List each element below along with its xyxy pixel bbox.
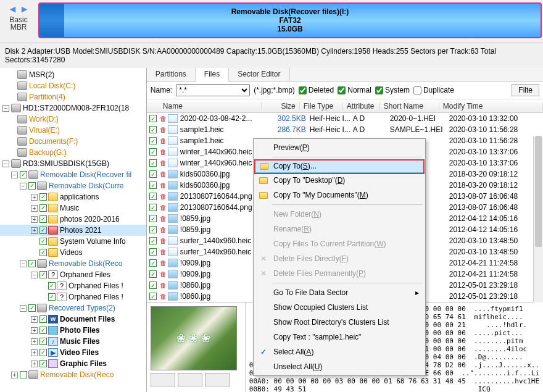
tree-checkbox[interactable] — [28, 260, 36, 267]
filter-normal[interactable]: Normal — [338, 86, 371, 94]
tree-item[interactable]: HD1:ST2000DM008-2FR102(18 — [23, 104, 129, 112]
tree-expand-icon[interactable]: + — [31, 216, 38, 223]
file-checkbox[interactable] — [149, 259, 157, 267]
tree-collapse-icon[interactable]: − — [20, 183, 27, 190]
tree-item[interactable]: RD3:SMIUSBDISK(15GB) — [23, 159, 109, 168]
ctx-unselect-all[interactable]: Unselect All(U) — [255, 359, 424, 374]
tree-collapse-icon[interactable]: − — [2, 161, 9, 167]
tree-checkbox[interactable] — [39, 315, 47, 323]
file-checkbox[interactable] — [149, 270, 157, 278]
tree-item[interactable]: Graphic Files — [60, 359, 107, 368]
tab-partitions[interactable]: Partitions — [147, 68, 196, 81]
nav-back-icon[interactable]: ◄ — [7, 4, 17, 14]
col-name[interactable]: Name — [159, 102, 262, 111]
file-checkbox[interactable] — [149, 204, 157, 211]
tree-item[interactable]: Video Files — [60, 348, 99, 357]
tree-checkbox[interactable] — [28, 304, 36, 312]
nav-forward-icon[interactable]: ► — [20, 4, 30, 14]
tree-checkbox[interactable] — [39, 204, 47, 212]
tree-item[interactable]: Orphaned Files ! — [68, 281, 123, 290]
tree-item[interactable]: Music — [60, 204, 79, 212]
tree-item[interactable]: Videos — [60, 248, 82, 257]
file-checkbox[interactable] — [149, 126, 157, 133]
file-checkbox[interactable] — [149, 226, 157, 233]
tree-item[interactable]: Removable Disk(Reco — [40, 370, 114, 379]
preview-thumb[interactable] — [205, 373, 230, 386]
ctx-root-clusters[interactable]: Show Root Directory's Clusters List — [255, 315, 424, 330]
scrollbar-thumb[interactable] — [535, 136, 542, 247]
tree-collapse-icon[interactable]: − — [20, 261, 27, 267]
tree-collapse-icon[interactable]: − — [2, 105, 9, 112]
tree-checkbox[interactable] — [39, 215, 47, 223]
ctx-copy-desktop[interactable]: Copy To "Desktop"(D) — [255, 173, 424, 188]
file-checkbox[interactable] — [149, 215, 157, 222]
tree-item[interactable]: Document Files — [60, 315, 115, 323]
filter-deleted-checkbox[interactable] — [299, 86, 307, 94]
filter-name-select[interactable]: *.* — [176, 84, 250, 96]
file-checkbox[interactable] — [149, 237, 157, 244]
tree-checkbox[interactable] — [48, 293, 56, 301]
col-short[interactable]: Short Name — [380, 102, 439, 111]
file-checkbox[interactable] — [149, 137, 157, 144]
ctx-goto-sector[interactable]: Go To File Data Sector▸ — [255, 285, 424, 300]
tree-checkbox[interactable] — [28, 182, 36, 190]
tree-item-selected[interactable]: Photos 2021 — [60, 226, 101, 235]
tree-checkbox[interactable] — [39, 338, 47, 345]
tree-expand-icon[interactable]: + — [31, 349, 38, 356]
ctx-preview[interactable]: Preview(P) — [255, 140, 424, 155]
ctx-copy-mydocs[interactable]: Copy To "My Documents"(M) — [255, 188, 424, 202]
tree-item[interactable]: Photo Files — [60, 326, 100, 335]
file-checkbox[interactable] — [149, 193, 157, 200]
tree-item[interactable]: Removable Disk(Reco — [49, 259, 122, 268]
tree-expand-icon[interactable]: + — [31, 316, 38, 323]
tree-item[interactable]: Local Disk(C:) — [29, 81, 75, 90]
ctx-select-all[interactable]: ✓Select All(A) — [255, 344, 424, 359]
filter-system-checkbox[interactable] — [375, 86, 383, 94]
tree-checkbox[interactable] — [20, 171, 27, 178]
tree-collapse-icon[interactable]: − — [11, 172, 18, 178]
tree-checkbox[interactable] — [39, 193, 47, 201]
tree-item[interactable]: Orphaned Files ! — [68, 293, 123, 301]
preview-thumb[interactable] — [178, 373, 202, 386]
tree-item[interactable]: Documents(F:) — [29, 137, 78, 146]
ctx-occupied-clusters[interactable]: Show Occupied Clusters List — [255, 300, 424, 315]
tree-item[interactable]: Backup(G:) — [29, 148, 67, 157]
tree-checkbox[interactable] — [39, 249, 47, 256]
tree-item[interactable]: photos 2020-2016 — [60, 215, 120, 223]
partition-tree[interactable]: MSR(2) Local Disk(C:) Partition(4) −HD1:… — [0, 68, 147, 392]
file-checkbox[interactable] — [149, 248, 157, 256]
tree-checkbox[interactable] — [39, 227, 47, 234]
file-checkbox[interactable] — [149, 170, 157, 178]
file-checkbox[interactable] — [149, 181, 157, 189]
scrollbar[interactable] — [533, 136, 543, 302]
filter-duplicate-checkbox[interactable] — [413, 86, 421, 94]
tree-item[interactable]: Music Files — [60, 337, 100, 346]
tab-sector-editor[interactable]: Sector Editor — [229, 68, 289, 81]
tree-item[interactable]: Orphaned Files — [60, 270, 110, 279]
file-checkbox[interactable] — [149, 115, 157, 122]
filter-duplicate[interactable]: Duplicate — [413, 86, 454, 94]
col-size[interactable]: Size — [262, 102, 300, 111]
col-mod[interactable]: Modify Time — [439, 102, 543, 111]
preview-image[interactable] — [151, 306, 237, 370]
preview-thumb[interactable] — [151, 373, 175, 386]
tree-expand-icon[interactable]: + — [11, 372, 18, 378]
tree-collapse-icon[interactable]: − — [31, 272, 38, 278]
tree-checkbox[interactable] — [20, 371, 27, 378]
filter-normal-checkbox[interactable] — [338, 86, 346, 94]
tree-collapse-icon[interactable]: − — [20, 305, 27, 312]
disk-banner[interactable]: Removable Disk(Recover files)(I:) FAT32 … — [38, 2, 542, 38]
filter-system[interactable]: System — [375, 86, 410, 94]
tree-checkbox[interactable] — [39, 271, 47, 278]
tree-item[interactable]: Virual(E:) — [29, 126, 60, 135]
ctx-copy-to[interactable]: Copy To(S)... — [255, 159, 424, 173]
tree-checkbox[interactable] — [39, 238, 47, 245]
tree-expand-icon[interactable]: + — [31, 361, 38, 367]
tree-checkbox[interactable] — [48, 282, 56, 290]
file-checkbox[interactable] — [149, 148, 157, 156]
tree-checkbox[interactable] — [39, 360, 47, 367]
tree-item[interactable]: Removable Disk(Curre — [49, 181, 123, 190]
tree-item[interactable]: MSR(2) — [29, 70, 54, 79]
tree-item[interactable]: Recovered Types(2) — [49, 304, 115, 312]
tree-item[interactable]: applications — [60, 193, 99, 201]
